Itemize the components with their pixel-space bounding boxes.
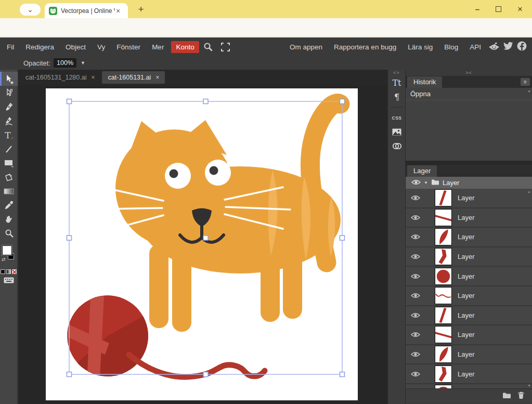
rectangle-tool[interactable]: [0, 156, 18, 170]
doc-tab-active[interactable]: cat-1605131.ai ×: [102, 71, 165, 84]
fill-solid-button[interactable]: [1, 269, 5, 274]
layers-tab[interactable]: Lager: [407, 165, 437, 177]
doc-tab-inactive[interactable]: cat-1605131_1280.ai ×: [20, 71, 100, 84]
layer-thumbnail[interactable]: [435, 307, 452, 324]
menu-object[interactable]: Object: [60, 41, 92, 53]
color-swatches[interactable]: ⇄: [0, 244, 18, 267]
keyboard-shortcuts-icon[interactable]: [0, 277, 17, 283]
visibility-eye-icon[interactable]: [411, 371, 420, 377]
layer-thumbnail[interactable]: [435, 268, 452, 285]
fill-gradient-button[interactable]: [6, 269, 11, 274]
browser-tab[interactable]: Vectorpea | Online Vector Edito ×: [45, 3, 128, 18]
visibility-eye-icon[interactable]: [411, 312, 420, 319]
tab-close-icon[interactable]: ×: [116, 7, 120, 15]
layer-thumbnail[interactable]: [435, 385, 452, 388]
menu-api[interactable]: API: [464, 41, 487, 53]
visibility-eye-icon[interactable]: [411, 233, 420, 240]
scroll-down-icon[interactable]: ▼: [527, 384, 531, 387]
character-panel-icon[interactable]: Tt: [388, 76, 406, 90]
fill-none-button[interactable]: [12, 269, 17, 274]
layer-row[interactable]: Layer: [406, 247, 532, 267]
maximize-button[interactable]: [488, 0, 509, 18]
type-tool[interactable]: T◞: [0, 128, 18, 142]
layer-thumbnail[interactable]: [435, 228, 452, 245]
menu-mer[interactable]: Mer: [146, 41, 170, 53]
new-tab-button[interactable]: +: [134, 3, 148, 16]
visibility-eye-icon[interactable]: [411, 292, 420, 299]
scroll-up-icon[interactable]: ▲: [527, 190, 531, 193]
history-menu-icon[interactable]: ≡: [521, 78, 530, 86]
foreground-color-swatch[interactable]: [2, 245, 12, 255]
delete-trash-icon[interactable]: [517, 392, 525, 401]
scroll-up-icon[interactable]: ▲: [527, 89, 531, 93]
layer-group-row[interactable]: ▼ Layer: [406, 177, 532, 189]
visibility-eye-icon[interactable]: [411, 194, 420, 201]
line-tool[interactable]: [0, 142, 18, 156]
facebook-icon[interactable]: [517, 41, 527, 53]
layer-row[interactable]: Layer: [406, 267, 532, 286]
search-icon[interactable]: [199, 42, 217, 51]
direct-select-tool[interactable]: [0, 86, 18, 100]
layer-row[interactable]: Layer: [406, 384, 532, 388]
layer-thumbnail[interactable]: [435, 326, 452, 343]
layer-thumbnail[interactable]: [435, 346, 452, 363]
menu-fonster[interactable]: Fönster: [111, 41, 146, 53]
artboard[interactable]: [46, 88, 358, 400]
visibility-eye-icon[interactable]: [411, 253, 420, 260]
new-group-folder-icon[interactable]: [502, 392, 511, 401]
visibility-eye-icon[interactable]: [411, 351, 420, 358]
eyedropper-tool[interactable]: [0, 198, 18, 212]
move-tool[interactable]: [0, 72, 18, 86]
tab-search-button[interactable]: ⌄: [20, 4, 41, 16]
menu-vy[interactable]: Vy: [92, 41, 111, 53]
layer-row[interactable]: Layer: [406, 364, 532, 384]
layer-row[interactable]: Layer: [406, 228, 532, 247]
twitter-icon[interactable]: [503, 42, 513, 52]
collapse-handle-icon[interactable]: <>: [388, 70, 405, 76]
zoom-tool[interactable]: [0, 226, 18, 240]
opacity-value-field[interactable]: 100%: [54, 58, 76, 68]
visibility-eye-icon[interactable]: [411, 331, 420, 338]
menu-rapportera[interactable]: Rapportera en bugg: [328, 41, 402, 53]
artboard-tool[interactable]: [0, 170, 18, 184]
css-panel-icon[interactable]: CSS: [388, 111, 406, 125]
menu-fil[interactable]: Fil: [1, 41, 20, 53]
curvature-pen-tool[interactable]: [0, 114, 18, 128]
reddit-icon[interactable]: [489, 42, 499, 53]
linked-circles-icon[interactable]: [388, 139, 406, 153]
gradient-tool[interactable]: [0, 184, 18, 198]
swap-colors-icon[interactable]: ⇄: [2, 257, 6, 262]
layer-thumbnail[interactable]: [435, 287, 452, 304]
opacity-dropdown-icon[interactable]: ▼: [81, 60, 85, 66]
layer-row[interactable]: Layer: [406, 306, 532, 326]
menu-om-appen[interactable]: Om appen: [284, 41, 328, 53]
image-panel-icon[interactable]: [388, 125, 406, 139]
pen-tool[interactable]: [0, 100, 18, 114]
layer-thumbnail[interactable]: [435, 248, 452, 265]
menu-konto[interactable]: Konto: [171, 41, 199, 53]
layer-row[interactable]: Layer: [406, 208, 532, 228]
history-tab[interactable]: Historik: [407, 76, 442, 88]
layer-row[interactable]: Layer: [406, 325, 532, 345]
doc-tab-close-icon[interactable]: ×: [155, 74, 159, 81]
window-close-button[interactable]: ×: [510, 0, 530, 18]
history-item[interactable]: Öppna: [406, 88, 532, 100]
visibility-eye-icon[interactable]: [411, 179, 421, 187]
layer-thumbnail[interactable]: [435, 366, 452, 383]
paragraph-panel-icon[interactable]: ¶: [388, 90, 406, 104]
menu-redigera[interactable]: Redigera: [20, 41, 60, 53]
menu-blog[interactable]: Blog: [438, 41, 464, 53]
minimize-button[interactable]: –: [467, 0, 488, 18]
visibility-eye-icon[interactable]: [411, 214, 420, 221]
expand-triangle-icon[interactable]: ▼: [424, 180, 428, 185]
fullscreen-icon[interactable]: [217, 43, 234, 51]
layer-thumbnail[interactable]: [435, 209, 452, 226]
doc-tab-close-icon[interactable]: ×: [91, 74, 95, 81]
layer-row[interactable]: Layer: [406, 286, 532, 306]
hand-tool[interactable]: [0, 212, 18, 226]
menu-lara-sig[interactable]: Lära sig: [402, 41, 438, 53]
visibility-eye-icon[interactable]: [411, 273, 420, 280]
layer-row[interactable]: Layer: [406, 345, 532, 365]
layer-row[interactable]: Layer: [406, 189, 532, 208]
collapse-handle-icon[interactable]: ><: [406, 70, 532, 76]
